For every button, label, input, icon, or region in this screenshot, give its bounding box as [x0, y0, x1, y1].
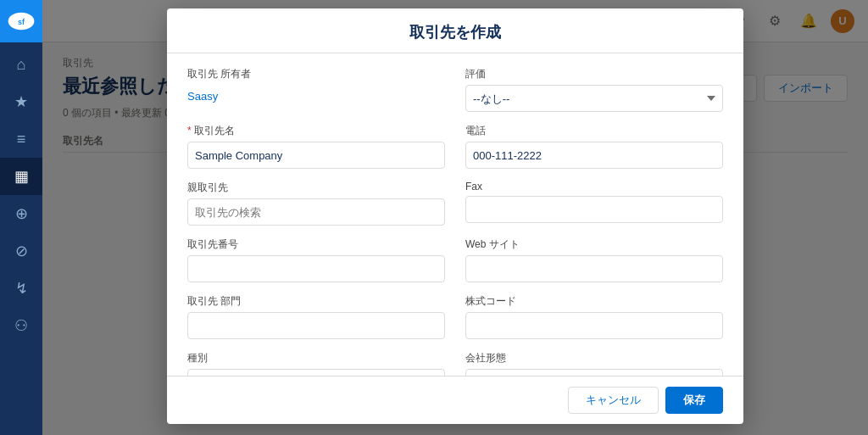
account-name-label: 取引先名	[187, 124, 445, 138]
sidebar-item-favorites[interactable]: ★	[0, 83, 42, 120]
type-label: 種別	[187, 351, 445, 365]
form-row-name-phone: 取引先名 電話	[187, 124, 723, 169]
ticker-input[interactable]	[465, 312, 723, 339]
form-row-type-company: 種別 --なし-- Prospect Customer Partner Comp…	[187, 351, 723, 376]
modal-footer: キャンセル 保存	[167, 376, 743, 424]
rating-select[interactable]: --なし-- Hot Warm Cold	[465, 85, 723, 112]
sidebar-item-dashboards[interactable]: ↯	[0, 270, 42, 307]
parent-account-label: 親取引先	[187, 181, 445, 195]
company-type-label: 会社形態	[465, 351, 723, 365]
modal-overlay: 取引先を作成 取引先 所有者 Saasy 評価 --なし-- Hot	[42, 0, 868, 435]
form-group-type: 種別 --なし-- Prospect Customer Partner Comp…	[187, 351, 445, 376]
form-group-fax: Fax	[465, 181, 723, 226]
form-row-parent-fax: 親取引先 Fax	[187, 181, 723, 226]
ticker-label: 株式コード	[465, 294, 723, 309]
create-account-modal: 取引先を作成 取引先 所有者 Saasy 評価 --なし-- Hot	[167, 8, 743, 424]
sidebar-item-recent[interactable]: ≡	[0, 120, 42, 158]
rating-label: 評価	[465, 67, 723, 81]
sidebar-item-reports[interactable]: ⊘	[0, 232, 42, 270]
phone-label: 電話	[465, 124, 723, 138]
owner-value[interactable]: Saasy	[187, 85, 445, 108]
owner-label: 取引先 所有者	[187, 67, 445, 81]
website-input[interactable]	[465, 255, 723, 282]
form-group-parent-account: 親取引先	[187, 181, 445, 226]
form-group-phone: 電話	[465, 124, 723, 169]
modal-body: 取引先 所有者 Saasy 評価 --なし-- Hot Warm Cold	[167, 53, 743, 376]
main-content: ? ⚙ 🔔 U 取引先 最近参照したデ 新規 インポート 0 個の項目 • 最終…	[42, 0, 868, 435]
sidebar: sf ⌂ ★ ≡ ▦ ⊕ ⊘ ↯ ⚇	[0, 0, 42, 435]
modal-header: 取引先を作成	[167, 8, 743, 53]
modal-title: 取引先を作成	[187, 22, 723, 42]
cancel-button[interactable]: キャンセル	[568, 387, 659, 414]
form-group-account-number: 取引先番号	[187, 237, 445, 282]
fax-label: Fax	[465, 181, 723, 192]
form-row-owner-rating: 取引先 所有者 Saasy 評価 --なし-- Hot Warm Cold	[187, 67, 723, 112]
sidebar-item-users[interactable]: ⚇	[0, 307, 42, 344]
sidebar-item-accounts[interactable]: ▦	[0, 158, 42, 195]
fax-input[interactable]	[465, 196, 723, 223]
form-group-website: Web サイト	[465, 237, 723, 282]
type-select[interactable]: --なし-- Prospect Customer Partner Competi…	[187, 369, 445, 376]
sidebar-item-home[interactable]: ⌂	[0, 46, 42, 83]
save-button[interactable]: 保存	[665, 387, 723, 414]
form-group-owner: 取引先 所有者 Saasy	[187, 67, 445, 112]
account-number-label: 取引先番号	[187, 237, 445, 252]
account-number-input[interactable]	[187, 255, 445, 282]
form-group-company-type: 会社形態 --なし--	[465, 351, 723, 376]
phone-input[interactable]	[465, 142, 723, 169]
parent-account-input[interactable]	[187, 198, 445, 226]
svg-text:sf: sf	[18, 18, 25, 26]
account-site-input[interactable]	[187, 312, 445, 339]
form-group-account-site: 取引先 部門	[187, 294, 445, 339]
form-group-ticker: 株式コード	[465, 294, 723, 339]
website-label: Web サイト	[465, 237, 723, 252]
form-group-account-name: 取引先名	[187, 124, 445, 169]
sidebar-item-contacts[interactable]: ⊕	[0, 195, 42, 232]
salesforce-logo[interactable]: sf	[0, 0, 42, 42]
form-group-rating: 評価 --なし-- Hot Warm Cold	[465, 67, 723, 112]
form-row-site-ticker: 取引先 部門 株式コード	[187, 294, 723, 339]
account-site-label: 取引先 部門	[187, 294, 445, 309]
company-type-select[interactable]: --なし--	[465, 369, 723, 376]
form-row-number-website: 取引先番号 Web サイト	[187, 237, 723, 282]
account-name-input[interactable]	[187, 142, 445, 169]
